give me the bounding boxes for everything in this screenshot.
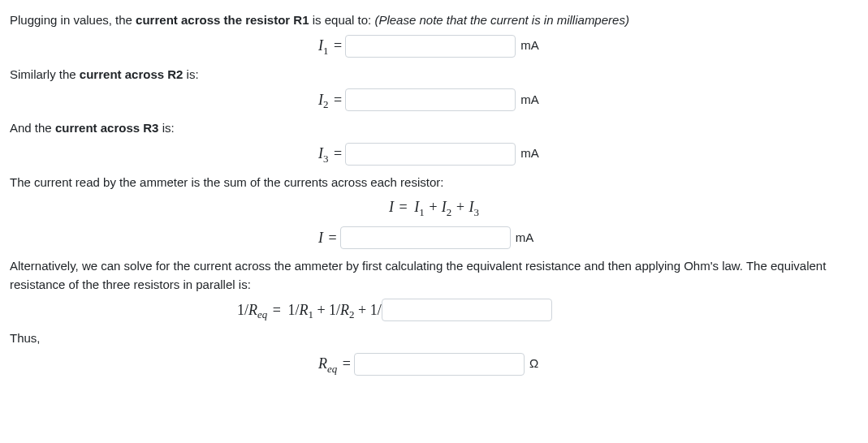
subscript: 1 — [323, 45, 328, 57]
label-i2: I2 = — [318, 89, 345, 111]
unit-i2: mA — [520, 91, 539, 110]
equals-sign: = — [334, 92, 342, 108]
unit-itotal: mA — [516, 229, 534, 247]
row-req-frac: 1/Req = 1/R1 + 1/R2 + 1/ — [10, 299, 858, 321]
row-i2: I2 = mA — [10, 88, 858, 111]
row-itotal: I = mA — [10, 226, 858, 249]
prompt-i3: And the current across R3 is: — [10, 119, 858, 138]
row-i3: I3 = mA — [10, 143, 858, 166]
equals-sign: = — [334, 37, 342, 54]
unit-req: Ω — [529, 355, 538, 373]
label-i1: I1 = — [318, 35, 345, 57]
input-i2[interactable] — [345, 88, 516, 111]
note-text: (Please note that the current is in mill… — [374, 13, 628, 27]
row-sum-eq: I = I1 + I2 + I3 — [10, 196, 858, 218]
text: And the — [10, 121, 55, 135]
label-i3: I3 = — [318, 143, 345, 165]
row-i1: I1 = mA — [10, 35, 858, 58]
bold-text: current across R3 — [55, 121, 159, 135]
input-r3-term[interactable] — [382, 299, 552, 321]
text: Plugging in values, the — [10, 13, 136, 27]
prompt-req: Alternatively, we can solve for the curr… — [10, 257, 858, 294]
input-i1[interactable] — [345, 35, 516, 58]
equals-sign: = — [343, 355, 351, 372]
text: is: — [162, 121, 175, 135]
subscript: 2 — [323, 98, 328, 110]
row-req-value: Req = Ω — [10, 353, 858, 376]
req-fraction-equation: 1/Req = 1/R1 + 1/R2 + 1/ — [237, 299, 382, 321]
equals-sign: = — [334, 145, 342, 161]
text: Similarly the — [10, 67, 80, 81]
label-itotal: I = — [318, 227, 340, 249]
text: is: — [187, 67, 199, 81]
input-itotal[interactable] — [340, 226, 511, 249]
prompt-i2: Similarly the current across R2 is: — [10, 66, 858, 84]
prompt-sum: The current read by the ammeter is the s… — [10, 174, 858, 192]
bold-text: current across the resistor R1 — [136, 13, 309, 27]
prompt-thus: Thus, — [10, 329, 858, 348]
equals-sign: = — [329, 230, 337, 246]
input-i3[interactable] — [345, 143, 516, 166]
sum-equation: I = I1 + I2 + I3 — [389, 196, 479, 218]
unit-i3: mA — [520, 144, 539, 163]
var: R — [318, 355, 327, 372]
label-req: Req = — [318, 353, 354, 375]
text: is equal to: — [313, 13, 375, 27]
bold-text: current across R2 — [80, 67, 184, 81]
subscript: 3 — [323, 153, 328, 165]
input-req[interactable] — [354, 353, 525, 376]
subscript: eq — [327, 363, 337, 375]
unit-i1: mA — [520, 37, 539, 55]
prompt-i1: Plugging in values, the current across t… — [10, 11, 858, 30]
var: I — [318, 230, 323, 246]
